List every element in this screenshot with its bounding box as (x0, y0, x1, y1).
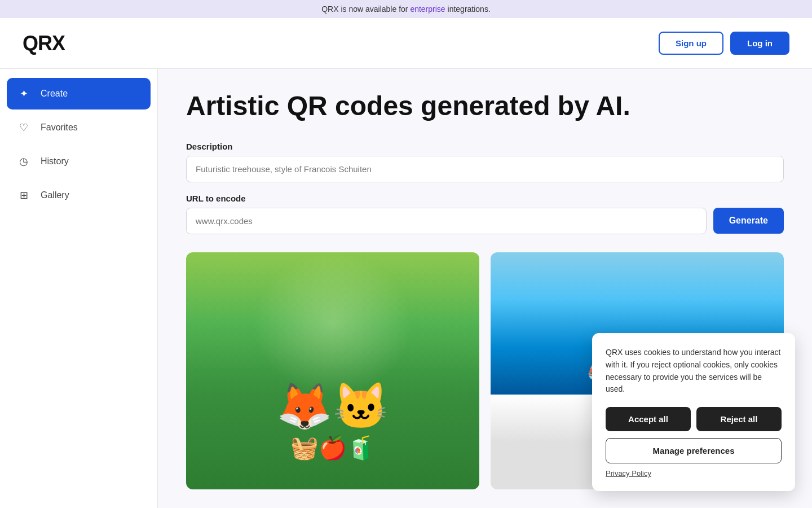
header-actions: Sign up Log in (659, 32, 789, 55)
sidebar-item-label: Create (41, 89, 68, 99)
cookie-buttons: Accept all Reject all (606, 407, 782, 431)
sidebar-item-label: History (41, 156, 69, 167)
url-label: URL to encode (186, 194, 784, 203)
url-input[interactable] (186, 208, 707, 234)
login-button[interactable]: Log in (730, 32, 789, 55)
manage-preferences-button[interactable]: Manage preferences (606, 438, 782, 463)
gallery-icon: ⊞ (16, 187, 32, 203)
picnic-overlay (186, 252, 479, 489)
qr-image-picnic (186, 252, 479, 489)
sidebar-item-gallery[interactable]: ⊞ Gallery (7, 179, 151, 211)
header: QRX Sign up Log in (0, 18, 812, 69)
sidebar-item-create[interactable]: ✦ Create (7, 78, 151, 110)
banner-text: QRX is now available for (321, 5, 410, 14)
sidebar-item-favorites[interactable]: ♡ Favorites (7, 112, 151, 143)
heart-icon: ♡ (16, 120, 32, 135)
sidebar-item-label: Gallery (41, 190, 69, 200)
url-row: Generate (186, 208, 784, 234)
page-title: Artistic QR codes generated by AI. (186, 91, 784, 121)
sidebar: ✦ Create ♡ Favorites ◷ History ⊞ Gallery (0, 69, 158, 508)
accept-all-button[interactable]: Accept all (606, 407, 691, 431)
logo: QRX (23, 32, 65, 55)
cookie-text: QRX uses cookies to understand how you i… (606, 347, 782, 396)
reject-all-button[interactable]: Reject all (696, 407, 782, 431)
sidebar-item-label: Favorites (41, 122, 78, 133)
signup-button[interactable]: Sign up (659, 32, 723, 55)
privacy-policy-link[interactable]: Privacy Policy (606, 469, 782, 478)
announcement-banner: QRX is now available for enterprise inte… (0, 0, 812, 18)
description-label: Description (186, 142, 784, 151)
history-icon: ◷ (16, 154, 32, 169)
description-input[interactable] (186, 156, 784, 182)
sidebar-item-history[interactable]: ◷ History (7, 146, 151, 177)
create-icon: ✦ (16, 86, 32, 102)
banner-text-after: integrations. (445, 5, 491, 14)
enterprise-link[interactable]: enterprise (410, 5, 445, 14)
cookie-banner: QRX uses cookies to understand how you i… (592, 333, 795, 491)
generate-button[interactable]: Generate (713, 208, 784, 234)
